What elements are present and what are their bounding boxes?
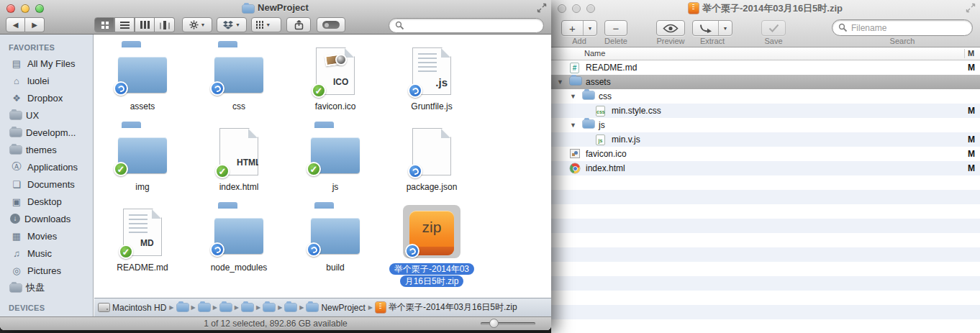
column-divider[interactable] [964, 49, 965, 58]
archive-row-assets[interactable]: ▼assets [551, 75, 980, 89]
sidebar-item-pictures[interactable]: ◎Pictures [0, 262, 93, 279]
archive-row-favicon-ico[interactable]: favicon.icoM [551, 147, 980, 161]
path-item-folder[interactable] [242, 304, 253, 311]
file-item-10[interactable]: node_modules [194, 207, 283, 273]
users-folder-icon [177, 304, 189, 311]
archive-row-js[interactable]: ▼js [551, 118, 980, 132]
file-item-11[interactable]: build [291, 207, 380, 273]
sidebar-item-label: Pictures [27, 265, 61, 276]
add-button[interactable]: + ▼ [561, 20, 597, 36]
path-item-folder[interactable] [285, 304, 296, 311]
dropbox-menu-button[interactable]: ▼ [217, 17, 247, 32]
file-item-1[interactable]: assets [98, 46, 187, 112]
path-item-newproject[interactable]: NewProject [307, 303, 365, 313]
disclosure-triangle-icon[interactable]: ▼ [570, 93, 576, 100]
sidebar-item-applications[interactable]: ⒶApplications [0, 158, 93, 175]
path-item-folder[interactable] [220, 304, 232, 311]
extract-arrow-icon [699, 24, 712, 33]
list-view-button[interactable] [114, 17, 135, 32]
dropbox-icon [223, 21, 233, 29]
file-item-2[interactable]: css [194, 46, 283, 112]
delete-button[interactable]: − [604, 20, 627, 36]
document-icon: ICO [316, 46, 355, 95]
modified-column-header[interactable]: M [968, 49, 974, 58]
icon-size-slider[interactable] [481, 322, 535, 325]
file-item-6[interactable]: HTMLindex.html [194, 127, 283, 193]
sidebar-item-dropbox[interactable]: ❖Dropbox [0, 89, 93, 106]
file-item-12[interactable]: zip举个栗子-2014年03月16日5时.zip [387, 207, 476, 287]
sidebar-item-developm-[interactable]: Developm... [0, 124, 93, 141]
sidebar-item--[interactable]: 快盘 [0, 279, 93, 296]
dropbox-synced-badge [215, 164, 230, 178]
archive-row-min-v-js[interactable]: jsmin.v.jsM [551, 132, 980, 147]
archive-row-min-style-css[interactable]: cssmin.style.cssM [551, 104, 980, 118]
list-column-header[interactable]: Name M [551, 47, 980, 60]
dropbox-synced-badge [119, 245, 133, 259]
archive-row-readme-md[interactable]: #README.mdM [551, 60, 980, 75]
html-file-icon [570, 163, 580, 173]
sidebar-item-ux[interactable]: UX [0, 106, 93, 124]
sidebar-item-documents[interactable]: ❏Documents [0, 175, 93, 193]
disclosure-triangle-icon[interactable]: ▼ [570, 122, 576, 129]
finder-search-field[interactable] [389, 18, 544, 33]
archive-row-css[interactable]: ▼css [551, 89, 980, 104]
file-item-5[interactable]: img [98, 127, 187, 193]
grid-view-icon [101, 22, 104, 24]
coverflow-view-button[interactable] [155, 17, 175, 32]
save-button[interactable] [761, 20, 786, 36]
disclosure-triangle-icon[interactable]: ▼ [557, 78, 563, 86]
icon-view-button[interactable] [94, 17, 114, 32]
arrange-menu-button[interactable]: ▼ [251, 17, 281, 32]
sidebar-item-movies[interactable]: ▦Movies [0, 227, 93, 245]
forward-button[interactable]: ▶ [25, 17, 45, 32]
extract-button[interactable]: ▼ [692, 20, 732, 36]
archive-row-name: min.style.css [612, 106, 661, 116]
archive-search-field[interactable] [832, 19, 973, 36]
sidebar-item-all-my-files[interactable]: ▤All My Files [0, 55, 93, 72]
fullscreen-icon[interactable] [537, 3, 547, 13]
file-item-label: css [194, 101, 283, 112]
action-menu-button[interactable]: ▼ [182, 17, 212, 32]
archive-file-list: #README.mdM▼assets▼csscssmin.style.cssM▼… [551, 60, 980, 333]
document-icon: .js [412, 46, 451, 95]
sidebar-item-themes[interactable]: themes [0, 141, 93, 158]
search-input[interactable] [408, 21, 537, 31]
sidebar-item-desktop[interactable]: ▣Desktop [0, 193, 93, 210]
slider-knob[interactable] [489, 319, 499, 328]
folder-icon [285, 304, 296, 311]
filename-search-input[interactable] [851, 23, 966, 33]
name-column-header[interactable]: Name [584, 49, 605, 58]
archive-row-index-html[interactable]: index.htmlM [551, 161, 980, 175]
sidebar-item-luolei[interactable]: ⌂luolei [0, 72, 93, 89]
file-item-9[interactable]: MDREADME.md [98, 207, 187, 273]
file-item-8[interactable]: package.json [387, 127, 476, 193]
search-icon [838, 23, 848, 32]
archive-window: 举个栗子-2014年03月16日5时.zip + ▼ − [551, 0, 980, 333]
applications-icon: Ⓐ [10, 160, 23, 173]
archive-titlebar[interactable]: 举个栗子-2014年03月16日5时.zip [551, 0, 980, 16]
path-item-folder[interactable] [199, 304, 210, 311]
path-item-folder[interactable] [263, 304, 275, 311]
fullscreen-icon[interactable] [966, 3, 976, 13]
desktop-icon: ▣ [10, 196, 23, 207]
file-item-4[interactable]: .jsGruntfile.js [387, 46, 476, 112]
column-view-button[interactable] [135, 17, 155, 32]
file-item-label: node_modules [194, 263, 283, 273]
file-item-3[interactable]: ICOfavicon.ico [291, 46, 380, 112]
share-button[interactable] [286, 17, 311, 32]
path-item-macintosh-hd[interactable]: Macintosh HD [99, 303, 166, 313]
path-item-folder[interactable] [177, 304, 189, 311]
chevron-down-icon: ▼ [201, 22, 206, 27]
file-item-7[interactable]: js [291, 127, 380, 193]
sidebar-item-music[interactable]: ♫Music [0, 245, 93, 262]
preview-button[interactable] [656, 20, 685, 36]
finder-titlebar[interactable]: NewProject [0, 0, 551, 16]
favorites-header: FAVORITES [0, 35, 93, 55]
file-icon-zone [291, 127, 380, 178]
toggle-toolbar-button[interactable] [317, 17, 345, 32]
sidebar-item-downloads[interactable]: ↓Downloads [0, 210, 93, 227]
path-item--2014-03-16-5-zip[interactable]: 举个栗子-2014年03月16日5时.zip [376, 301, 517, 314]
folder-icon [10, 146, 22, 154]
folder-icon [214, 46, 263, 93]
back-button[interactable]: ◀ [6, 17, 25, 32]
